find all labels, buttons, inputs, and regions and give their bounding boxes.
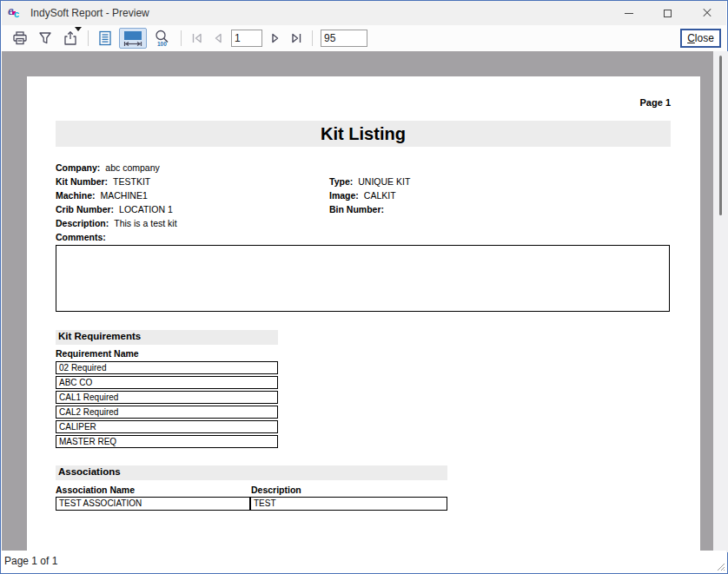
next-page-icon	[270, 31, 281, 45]
toolbar-separator	[88, 30, 89, 46]
page-view-icon	[97, 30, 113, 47]
maximize-icon	[664, 10, 672, 17]
previous-page-button[interactable]	[209, 28, 226, 49]
report-title: Kit Listing	[56, 121, 671, 147]
association-description-cell: TEST	[250, 497, 447, 511]
funnel-icon	[37, 30, 53, 47]
minimize-icon	[625, 13, 633, 14]
print-button[interactable]	[9, 28, 31, 49]
requirement-row: MASTER REQ	[56, 435, 278, 448]
report-page: Page 1 Kit Listing Company:abc company K…	[27, 76, 700, 552]
maximize-button[interactable]	[648, 1, 687, 25]
association-description-header: Description	[251, 485, 301, 495]
requirement-row: 02 Required	[56, 361, 278, 374]
association-name-cell: TEST ASSOCIATION	[56, 497, 250, 511]
toolbar: 100 Close	[2, 25, 726, 51]
page-number-input[interactable]	[231, 30, 262, 47]
requirement-row: CALIPER	[56, 420, 278, 433]
close-button[interactable]: Close	[680, 29, 721, 48]
requirement-row: CAL1 Required	[56, 391, 278, 404]
requirement-row: ABC CO	[56, 376, 278, 389]
zoom-100-button[interactable]: 100	[150, 28, 175, 49]
page-number-label: Page 1	[640, 97, 671, 108]
title-bar: ec IndySoft Report - Preview	[2, 1, 726, 25]
last-page-icon	[290, 31, 303, 45]
app-logo-icon: ec	[8, 6, 23, 20]
zoom-percent-input[interactable]	[321, 30, 367, 47]
toolbar-separator	[181, 30, 182, 46]
associations-section-title: Associations	[56, 465, 447, 480]
field-kit-number: Kit Number:TESTKIT	[56, 176, 150, 187]
field-description: Description:This is a test kit	[56, 218, 177, 228]
requirement-row: CAL2 Required	[56, 406, 278, 419]
requirement-name-header: Requirement Name	[56, 348, 139, 359]
toolbar-separator	[312, 30, 313, 46]
fit-width-button[interactable]	[119, 28, 147, 49]
window-title: IndySoft Report - Preview	[30, 7, 149, 19]
field-comments-label: Comments:	[56, 232, 111, 242]
resize-grip[interactable]	[718, 564, 725, 571]
previous-page-icon	[212, 31, 223, 45]
export-icon	[62, 30, 79, 47]
zoom-100-icon: 100	[153, 29, 172, 48]
export-dropdown-caret-icon	[75, 27, 82, 31]
svg-text:100: 100	[157, 41, 167, 47]
comments-box	[56, 245, 670, 312]
first-page-button[interactable]	[188, 28, 206, 49]
minimize-button[interactable]	[609, 1, 648, 25]
page-count-status: Page 1 of 1	[4, 555, 57, 567]
field-crib-number: Crib Number:LOCATION 1	[56, 204, 173, 214]
report-preview-window: ec IndySoft Report - Preview	[0, 0, 728, 574]
window-close-button[interactable]	[687, 1, 726, 25]
first-page-icon	[190, 31, 203, 45]
kit-requirements-section-title: Kit Requirements	[56, 330, 278, 345]
association-name-header: Association Name	[56, 485, 135, 495]
printer-icon	[11, 30, 29, 47]
field-type: Type:UNIQUE KIT	[329, 176, 410, 187]
export-button[interactable]	[59, 28, 82, 49]
field-machine: Machine:MACHINE1	[56, 190, 148, 201]
field-bin-number: Bin Number:	[329, 204, 389, 214]
field-image: Image:CALKIT	[329, 190, 396, 201]
whole-page-view-button[interactable]	[95, 28, 116, 49]
vertical-scrollbar[interactable]	[713, 51, 728, 552]
fit-width-icon	[122, 29, 144, 48]
status-bar: Page 1 of 1	[2, 551, 726, 572]
close-icon	[703, 9, 711, 17]
scrollbar-thumb[interactable]	[719, 56, 722, 215]
next-page-button[interactable]	[268, 28, 284, 49]
preview-area: Page 1 Kit Listing Company:abc company K…	[2, 51, 728, 552]
filter-button[interactable]	[35, 28, 56, 49]
field-company: Company:abc company	[56, 162, 160, 173]
last-page-button[interactable]	[288, 28, 306, 49]
